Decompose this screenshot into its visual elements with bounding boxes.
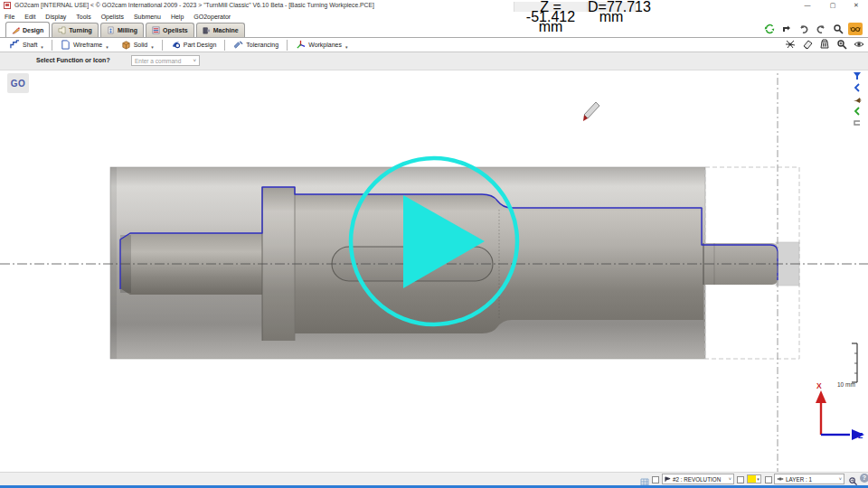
- toolbar-separator: [287, 40, 288, 51]
- go2view-glasses-icon[interactable]: [848, 23, 863, 35]
- tab-machine[interactable]: Machine: [196, 23, 245, 37]
- app-icon: [4, 2, 11, 9]
- tool-workplanes[interactable]: Workplanes▾: [289, 39, 354, 52]
- tab-milling[interactable]: Milling: [100, 23, 144, 37]
- command-prompt-label: Select Function or Icon?: [36, 57, 110, 63]
- zoom-search-icon[interactable]: [831, 23, 845, 35]
- menu-help[interactable]: Help: [171, 14, 184, 20]
- chevron-left-green-icon[interactable]: [851, 106, 863, 116]
- viewport-canvas[interactable]: 10 mm X Z: [0, 0, 868, 488]
- geometry-checkbox[interactable]: [652, 476, 659, 483]
- menu-bar: File Edit Display Tools Opelists Submenu…: [0, 11, 868, 23]
- select-hand-icon[interactable]: [779, 23, 794, 35]
- filter-icon[interactable]: [851, 70, 863, 80]
- grater-icon[interactable]: [817, 38, 832, 51]
- axis-z-label: Z: [858, 431, 863, 440]
- chevron-down-icon: ˅: [839, 476, 842, 482]
- tab-opelists[interactable]: Opelists: [146, 23, 194, 37]
- toolbar-separator: [162, 40, 163, 51]
- revolution-flag-icon: [665, 476, 671, 483]
- scale-label: 10 mm: [837, 381, 855, 388]
- toolbar-separator: [52, 40, 52, 51]
- turning-icon: [58, 26, 66, 34]
- window-title: GO2cam [INTERNAL USE] < © GO2cam Interna…: [14, 2, 374, 8]
- visibility-eye-icon[interactable]: [852, 38, 866, 51]
- undo-icon[interactable]: [797, 23, 811, 35]
- grid-icon[interactable]: [640, 474, 649, 483]
- toolbar-separator: [224, 40, 225, 51]
- axis-triad: X Z: [816, 381, 864, 440]
- bracket-icon[interactable]: [851, 117, 863, 127]
- chevron-left-blue-icon[interactable]: [851, 82, 863, 92]
- layer-zoom-icon[interactable]: [848, 474, 858, 483]
- redo-icon[interactable]: [814, 23, 828, 35]
- menu-tools[interactable]: Tools: [76, 14, 90, 20]
- help-icon[interactable]: ?: [860, 474, 868, 483]
- horn-icon[interactable]: [851, 94, 863, 104]
- menu-file[interactable]: File: [5, 14, 14, 20]
- pencil-cursor: [583, 102, 599, 121]
- tool-tolerancing[interactable]: Tolerancing: [227, 39, 285, 52]
- command-placeholder: Enter a command: [135, 58, 181, 64]
- tool-shaft[interactable]: Shaft▾: [4, 39, 50, 52]
- shaft-icon: [10, 40, 20, 50]
- milling-icon: [107, 26, 115, 34]
- layer-combo[interactable]: LAYER : 1 ˅: [774, 474, 844, 484]
- menu-opelists[interactable]: Opelists: [101, 14, 124, 20]
- stock-left-face-shade: [110, 167, 117, 359]
- close-button[interactable]: ✕: [848, 0, 864, 10]
- command-band: Select Function or Icon? Enter a command…: [0, 52, 868, 70]
- design-pencil-icon: [12, 26, 20, 34]
- refresh-icon[interactable]: [762, 23, 777, 35]
- menu-display[interactable]: Display: [45, 14, 66, 20]
- ribbon-tab-bar: Design Turning Milling Opelists Machine: [0, 23, 868, 38]
- color-swatch-dropdown[interactable]: ▾: [747, 474, 761, 483]
- tab-turning[interactable]: Turning: [52, 23, 99, 37]
- part-design-icon: [171, 40, 181, 50]
- side-toolbar: [851, 70, 863, 127]
- chevron-down-icon: ▾: [756, 475, 760, 483]
- view-toolbar-row2: [783, 38, 866, 51]
- solid-icon: [121, 40, 131, 50]
- tool-solid[interactable]: Solid▾: [115, 39, 160, 52]
- tool-part-design[interactable]: Part Design: [165, 39, 223, 52]
- menu-go2operator[interactable]: GO2operator: [193, 14, 231, 20]
- tab-design[interactable]: Design: [5, 22, 50, 37]
- go2cam-logo[interactable]: GO: [7, 73, 29, 93]
- layer-checkbox[interactable]: [765, 476, 772, 483]
- regen-spider-icon[interactable]: [783, 38, 797, 51]
- geometry-combo[interactable]: #2 : REVOLUTION ˅: [662, 474, 734, 484]
- workplanes-icon: [296, 40, 306, 50]
- view-toolbar-row1: [762, 23, 863, 35]
- menu-edit[interactable]: Edit: [24, 14, 35, 20]
- chevron-down-icon: ˅: [729, 476, 731, 482]
- zoom-plus-icon[interactable]: [835, 38, 849, 51]
- wireframe-icon: [61, 40, 71, 50]
- color-checkbox[interactable]: [737, 476, 744, 483]
- axis-x-label: X: [816, 381, 822, 390]
- layer-eye-icon: [777, 476, 784, 482]
- scale-indicator: [852, 343, 857, 382]
- menu-submenu[interactable]: Submenu: [134, 14, 161, 20]
- maximize-button[interactable]: ▢: [825, 0, 841, 10]
- chevron-down-icon: ˅: [193, 58, 196, 63]
- command-combobox[interactable]: Enter a command ˅: [131, 55, 200, 66]
- machine-icon: [203, 26, 211, 34]
- tolerancing-icon: [233, 40, 243, 50]
- ribbon-toolbar: Shaft▾ Wireframe▾ Solid▾ Part Design Tol…: [0, 38, 868, 52]
- eraser-icon[interactable]: [800, 38, 815, 51]
- tool-wireframe[interactable]: Wireframe▾: [54, 39, 115, 52]
- z-coordinate-readout: Z = -51.412 mm: [514, 2, 588, 12]
- minimize-button[interactable]: —: [799, 0, 816, 10]
- diameter-readout: D=77.713 mm: [588, 2, 636, 12]
- opelists-icon: [152, 26, 160, 34]
- active-color-swatch: [748, 475, 756, 483]
